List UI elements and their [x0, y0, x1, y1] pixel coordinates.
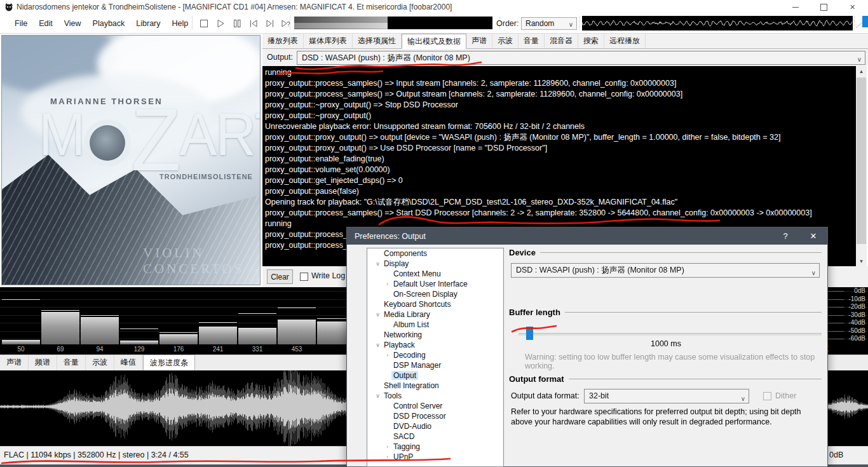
tree-item[interactable]: › UPnP [367, 452, 503, 462]
tree-item[interactable]: › Default User Interface [367, 279, 503, 289]
frequency-label: 176 [173, 346, 184, 353]
tree-item[interactable]: ∨ Display [367, 259, 503, 269]
top-tab[interactable]: 媒体库列表 [304, 34, 353, 48]
dialog-help-button[interactable]: ? [771, 227, 799, 245]
top-tab[interactable]: 输出模式及数据 [402, 34, 466, 49]
tree-item[interactable]: Keyboard Shortcuts [367, 299, 503, 309]
top-tab[interactable]: 播放列表 [262, 34, 304, 48]
previous-icon [248, 18, 259, 29]
tree-item[interactable]: › Decoding [367, 350, 503, 360]
top-tab[interactable]: 混音器 [545, 34, 578, 48]
tree-item-label: On-Screen Display [391, 290, 459, 299]
random-button[interactable]: ? [278, 16, 295, 31]
maximize-button[interactable] [810, 0, 838, 14]
bottom-tab[interactable]: 波形进度条 [143, 355, 195, 370]
bottom-tab[interactable]: 示波 [86, 355, 114, 370]
pause-button[interactable] [229, 16, 245, 31]
console-scrollbar[interactable]: ▲ ▼ [856, 66, 867, 266]
tree-expand-icon[interactable]: › [383, 443, 391, 450]
dither-checkbox[interactable] [763, 392, 771, 400]
clear-button[interactable]: Clear [267, 269, 293, 284]
spectrum-peak-line [120, 328, 158, 329]
tree-item[interactable]: On-Screen Display [367, 289, 503, 299]
svg-text:?: ? [287, 21, 290, 28]
tree-item[interactable]: Networking [367, 330, 503, 340]
scroll-down-icon[interactable]: ▼ [856, 256, 867, 266]
scroll-up-icon[interactable]: ▲ [856, 66, 867, 76]
frequency-label: 50 [17, 346, 24, 353]
dialog-titlebar[interactable]: Preferences: Output ? ✕ [347, 227, 827, 245]
tree-expand-icon[interactable]: › [383, 281, 391, 287]
tree-item[interactable]: Shell Integration [367, 381, 503, 391]
tree-item[interactable]: ∨ Media Library [367, 309, 503, 320]
bottom-tab[interactable]: 声谱 [0, 355, 29, 370]
volume-slider[interactable] [855, 15, 868, 31]
previous-button[interactable] [245, 16, 262, 31]
tree-item[interactable]: Context Menu [367, 269, 503, 279]
top-tab[interactable]: 搜索 [578, 34, 604, 48]
stop-button[interactable] [196, 16, 212, 31]
buffer-value: 1000 ms [509, 339, 823, 348]
tree-expand-icon[interactable]: › [383, 454, 391, 460]
tree-expand-icon[interactable]: ∨ [374, 311, 382, 318]
preferences-dialog: Preferences: Output ? ✕ Components ∨ Dis… [346, 227, 828, 467]
tree-item-label: DSD Processor [391, 412, 448, 421]
titlebar: Nidarosdomens jentekor & TrondheimSolist… [0, 0, 868, 14]
db-tick [827, 299, 844, 300]
tree-item-label: Display [382, 259, 410, 268]
tree-expand-icon[interactable]: ∨ [374, 342, 382, 348]
transport-controls: ? [196, 14, 295, 33]
spectrum-bar [317, 321, 346, 344]
tree-item-label: SACD [391, 432, 416, 441]
play-button[interactable] [212, 16, 229, 31]
tree-item[interactable]: DSD Processor [367, 411, 503, 421]
menu-item[interactable]: Help [166, 14, 194, 33]
device-select[interactable]: DSD : WASAPI (push) : 扬声器 (Monitor 08 MP… [511, 263, 820, 278]
tree-item[interactable]: SACD [367, 431, 503, 442]
chevron-down-icon: ∨ [569, 19, 573, 30]
tree-item[interactable]: Album List [367, 320, 503, 330]
spectrum-bar [2, 340, 40, 344]
scrollbar-thumb[interactable] [857, 78, 866, 244]
menu-item[interactable]: Playback [87, 14, 131, 33]
menu-item[interactable]: View [58, 14, 87, 33]
tree-item[interactable]: Components [367, 248, 503, 259]
next-button[interactable] [262, 16, 278, 31]
top-tab[interactable]: 示波 [492, 34, 519, 48]
album-title-letter: R [215, 104, 255, 165]
tree-item[interactable]: ∨ Playback [367, 340, 503, 350]
menu-item[interactable]: Edit [33, 14, 58, 33]
oscilloscope-waveform [582, 16, 853, 30]
tree-item[interactable]: DVD-Audio [367, 421, 503, 431]
seekbar[interactable] [294, 17, 492, 29]
write-log-checkbox[interactable] [300, 273, 308, 281]
spectrum-peak-line [159, 332, 198, 333]
tree-item[interactable]: › Tagging [367, 442, 503, 452]
bottom-tab[interactable]: 峰值 [114, 355, 143, 370]
dialog-close-button[interactable]: ✕ [799, 227, 827, 245]
buffer-slider-track[interactable] [519, 333, 822, 335]
buffer-slider-handle[interactable] [526, 327, 533, 340]
menu-item[interactable]: File [9, 14, 33, 33]
tree-expand-icon[interactable]: ∨ [374, 393, 382, 399]
close-button[interactable]: ✕ [838, 0, 867, 14]
order-select[interactable]: Random ∨ [521, 17, 577, 30]
bottom-tab[interactable]: 音量 [57, 355, 86, 370]
tree-item[interactable]: Control Server [367, 401, 503, 411]
output-device-select[interactable]: DSD : WASAPI (push) : 扬声器 (Monitor 08 MP… [297, 51, 865, 65]
tree-item[interactable]: DSP Manager [367, 360, 503, 370]
top-tab[interactable]: 选择项属性 [353, 34, 402, 48]
tree-expand-icon[interactable]: ∨ [374, 261, 382, 267]
album-title-letter: T [255, 104, 261, 165]
tree-item[interactable]: Output [367, 370, 503, 381]
bottom-tab[interactable]: 频谱 [29, 355, 57, 370]
output-data-format-select[interactable]: 32-bit ∨ [584, 389, 749, 403]
tree-expand-icon[interactable]: › [383, 352, 391, 358]
top-tab[interactable]: 远程播放 [604, 34, 646, 48]
top-tab[interactable]: 声谱 [466, 34, 492, 48]
minimize-button[interactable] [781, 0, 810, 14]
top-tab[interactable]: 音量 [519, 34, 545, 48]
frequency-label: 129 [134, 346, 145, 353]
tree-item[interactable]: ∨ Tools [367, 391, 503, 401]
menu-item[interactable]: Library [130, 14, 166, 33]
